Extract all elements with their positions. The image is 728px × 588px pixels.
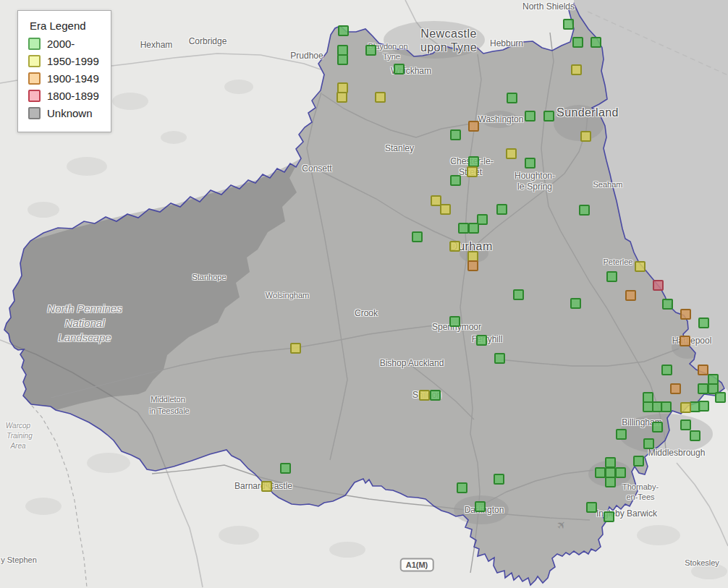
map-marker-era2000[interactable]	[698, 318, 709, 328]
map-marker-era2000[interactable]	[394, 64, 405, 74]
map-marker-era2000[interactable]	[338, 25, 349, 36]
map-marker-era2000[interactable]	[586, 502, 597, 513]
map-marker-era1900[interactable]	[468, 121, 479, 132]
map-marker-era2000[interactable]	[605, 477, 616, 487]
map-marker-era1950[interactable]	[680, 402, 691, 413]
map-marker-era2000[interactable]	[680, 419, 691, 430]
legend-swatch-era2000	[28, 38, 41, 50]
map-marker-era2000[interactable]	[572, 37, 583, 48]
map-marker-era1900[interactable]	[680, 336, 690, 346]
map-marker-era2000[interactable]	[563, 19, 574, 30]
map-marker-era1950[interactable]	[449, 241, 460, 252]
map-marker-era2000[interactable]	[698, 401, 709, 412]
map-marker-era2000[interactable]	[579, 205, 590, 216]
map-marker-era1900[interactable]	[698, 365, 708, 375]
map-marker-era2000[interactable]	[605, 457, 616, 468]
map-marker-era1950[interactable]	[290, 343, 301, 354]
map-marker-era1900[interactable]	[670, 383, 681, 394]
map-marker-era2000[interactable]	[525, 111, 536, 122]
map-marker-era2000[interactable]	[525, 158, 536, 169]
map-marker-era1950[interactable]	[571, 64, 582, 75]
map-marker-era2000[interactable]	[494, 474, 504, 485]
map-marker-era2000[interactable]	[543, 111, 554, 122]
map-marker-era1950[interactable]	[375, 92, 386, 103]
map-marker-era2000[interactable]	[449, 316, 460, 327]
road-badge-a1m: A1(M)	[400, 558, 434, 572]
map-marker-era2000[interactable]	[494, 353, 505, 364]
legend-swatch-era1900	[28, 72, 41, 85]
map-marker-era2000[interactable]	[450, 175, 461, 186]
map-marker-era2000[interactable]	[652, 422, 663, 433]
legend-items: 2000-1950-19991900-19491800-1899Unknown	[28, 38, 99, 119]
legend-item-era2000: 2000-	[28, 38, 99, 50]
map-marker-era2000[interactable]	[715, 392, 726, 403]
map-marker-era2000[interactable]	[468, 156, 479, 167]
map-marker-era2000[interactable]	[595, 467, 606, 478]
legend-label: 1900-1949	[47, 72, 99, 85]
admin-boundary-dashed	[23, 396, 87, 587]
legend-item-era1800: 1800-1899	[28, 90, 99, 102]
map-marker-era1900[interactable]	[467, 260, 478, 271]
map-marker-era2000[interactable]	[513, 289, 524, 300]
map-marker-era2000[interactable]	[615, 467, 626, 478]
map-marker-era2000[interactable]	[475, 501, 486, 512]
legend-item-unknown: Unknown	[28, 107, 99, 119]
map-marker-era2000[interactable]	[662, 299, 673, 310]
map-marker-era1950[interactable]	[419, 390, 430, 401]
legend-label: 1800-1899	[47, 90, 99, 102]
map-marker-era2000[interactable]	[280, 463, 291, 474]
map-marker-era2000[interactable]	[616, 429, 627, 440]
legend-swatch-era1800	[28, 90, 41, 102]
map-marker-era2000[interactable]	[450, 129, 461, 140]
map-marker-era1950[interactable]	[337, 92, 347, 103]
map-marker-era1900[interactable]	[625, 290, 636, 301]
map-marker-era1950[interactable]	[467, 166, 478, 177]
map-marker-era2000[interactable]	[661, 401, 672, 412]
map-marker-era2000[interactable]	[661, 365, 672, 375]
map-marker-era2000[interactable]	[570, 298, 581, 309]
legend-swatch-unknown	[28, 107, 41, 119]
map-marker-era2000[interactable]	[690, 430, 701, 441]
map-marker-era2000[interactable]	[412, 231, 423, 242]
map-marker-era2000[interactable]	[507, 93, 517, 103]
map-marker-era2000[interactable]	[606, 271, 617, 282]
legend-label: 2000-	[47, 38, 75, 50]
map-marker-era2000[interactable]	[458, 223, 469, 234]
map-marker-era2000[interactable]	[476, 335, 487, 346]
map-marker-era2000[interactable]	[468, 223, 479, 234]
legend-item-era1900: 1900-1949	[28, 72, 99, 85]
map-marker-era2000[interactable]	[337, 54, 348, 65]
legend-label: Unknown	[47, 107, 93, 119]
map-marker-era1950[interactable]	[261, 481, 272, 492]
map-marker-era1950[interactable]	[506, 148, 517, 159]
map-marker-era1950[interactable]	[580, 131, 591, 142]
map-marker-era1950[interactable]	[440, 204, 451, 215]
map-marker-era2000[interactable]	[643, 438, 654, 449]
map-marker-era2000[interactable]	[457, 482, 467, 493]
map-marker-era2000[interactable]	[698, 383, 708, 394]
map-marker-era2000[interactable]	[591, 37, 601, 48]
map-marker-era1800[interactable]	[653, 280, 664, 291]
map-marker-era1950[interactable]	[635, 261, 646, 272]
legend-item-era1950: 1950-1999	[28, 55, 99, 67]
map-marker-era1900[interactable]	[680, 309, 691, 320]
map-marker-era2000[interactable]	[633, 456, 644, 466]
legend-label: 1950-1999	[47, 55, 99, 67]
legend-title: Era Legend	[30, 20, 99, 32]
map-marker-era2000[interactable]	[496, 204, 507, 215]
legend-swatch-era1950	[28, 55, 41, 67]
map-canvas[interactable]: Newcastleupon TyneSunderlandDurhamNorth …	[0, 0, 728, 588]
era-legend: Era Legend 2000-1950-19991900-19491800-1…	[17, 10, 111, 132]
map-marker-era2000[interactable]	[604, 511, 614, 522]
map-marker-era2000[interactable]	[430, 390, 441, 401]
map-marker-era2000[interactable]	[365, 45, 376, 56]
